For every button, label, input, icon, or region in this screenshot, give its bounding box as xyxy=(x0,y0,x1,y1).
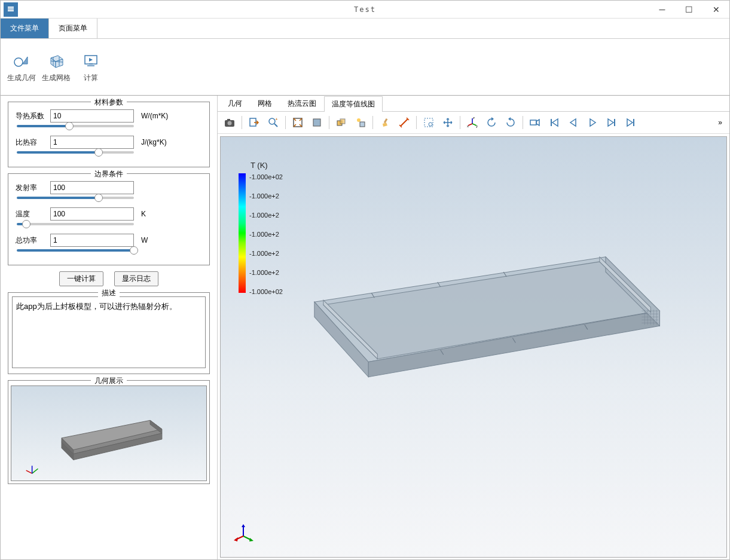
screenshot-button[interactable] xyxy=(221,114,238,131)
step-forward-button[interactable] xyxy=(603,114,620,131)
generate-mesh-label: 生成网格 xyxy=(42,73,71,83)
thermal-cond-input[interactable] xyxy=(50,109,134,123)
zoom-window-button[interactable] xyxy=(309,114,325,131)
svg-marker-4 xyxy=(23,57,28,64)
svg-marker-9 xyxy=(89,58,93,62)
temperature-input[interactable] xyxy=(50,207,134,221)
slider-thumb[interactable] xyxy=(65,122,74,130)
svg-point-22 xyxy=(228,121,232,126)
temperature-label: 温度 xyxy=(16,209,50,219)
temperature-unit: K xyxy=(141,210,146,218)
geometry-preview-section: 几何展示 xyxy=(8,380,210,484)
play-button[interactable] xyxy=(584,114,601,131)
emissivity-input[interactable] xyxy=(50,181,134,194)
zoom-extents-button[interactable] xyxy=(289,114,306,131)
compute-button[interactable]: 计算 xyxy=(74,42,108,91)
svg-line-42 xyxy=(468,124,472,126)
preview-section-title: 几何展示 xyxy=(91,376,127,386)
svg-marker-84 xyxy=(249,538,253,541)
slider-thumb[interactable] xyxy=(94,194,103,202)
svg-rect-2 xyxy=(8,7,14,8)
show-log-button[interactable]: 显示日志 xyxy=(114,271,158,286)
slider-thumb[interactable] xyxy=(130,246,138,255)
zoom-button[interactable]: + xyxy=(265,114,282,131)
axis-orientation-button[interactable]: zyx xyxy=(464,114,481,131)
step-back-button[interactable] xyxy=(565,114,582,131)
svg-point-32 xyxy=(357,118,361,122)
svg-marker-51 xyxy=(552,119,558,126)
heat-cap-unit: J/(kg*K) xyxy=(141,138,167,146)
heat-cap-slider[interactable] xyxy=(17,151,134,154)
emissivity-slider[interactable] xyxy=(17,197,134,199)
power-label: 总功率 xyxy=(16,235,50,246)
ribbon-tabs: 文件菜单 页面菜单 xyxy=(1,19,729,39)
svg-rect-23 xyxy=(227,119,230,121)
tab-file-menu[interactable]: 文件菜单 xyxy=(1,19,49,38)
minimize-button[interactable]: ─ xyxy=(649,1,676,18)
thermal-cond-slider[interactable] xyxy=(17,125,134,127)
select-box-button[interactable] xyxy=(420,114,437,131)
description-section: 描述 xyxy=(8,292,210,374)
clear-button[interactable] xyxy=(377,114,393,131)
svg-line-35 xyxy=(401,119,408,126)
3d-viewport[interactable]: T (K) -1.000e+02 -1.000e+2 -1.000e+2 -1.… xyxy=(220,136,727,558)
svg-rect-31 xyxy=(340,119,345,124)
desc-section-title: 描述 xyxy=(98,288,120,298)
close-button[interactable]: ✕ xyxy=(702,1,729,18)
lighting-button[interactable] xyxy=(352,114,369,131)
slider-thumb[interactable] xyxy=(22,220,30,228)
compute-icon xyxy=(81,51,100,71)
thermal-cond-unit: W/(m*K) xyxy=(141,112,168,120)
measure-button[interactable] xyxy=(396,114,413,131)
heat-cap-input[interactable] xyxy=(50,136,134,149)
generate-geometry-button[interactable]: 生成几何 xyxy=(4,42,39,91)
one-click-compute-button[interactable]: 一键计算 xyxy=(59,271,103,286)
transparency-button[interactable] xyxy=(333,114,350,131)
material-params-section: 材料参数 导热系数 W/(m*K) 比热容 J/(kg*K) xyxy=(8,102,210,167)
svg-marker-46 xyxy=(491,117,494,121)
mesh-icon xyxy=(47,51,66,71)
power-slider[interactable] xyxy=(17,249,134,252)
view-tab-mesh[interactable]: 网格 xyxy=(250,96,280,111)
svg-rect-48 xyxy=(530,120,536,125)
maximize-button[interactable]: ☐ xyxy=(676,1,702,18)
svg-text:+: + xyxy=(275,117,278,122)
view-tab-heat-flow[interactable]: 热流云图 xyxy=(280,96,324,111)
sidebar: 材料参数 导热系数 W/(m*K) 比热容 J/(kg*K) 边界条件 发射率 xyxy=(1,96,217,560)
svg-marker-56 xyxy=(627,119,633,126)
svg-text:x: x xyxy=(467,124,469,128)
view-tab-geometry[interactable]: 几何 xyxy=(220,96,250,111)
viewport-toolbar: + zyx » xyxy=(218,112,729,134)
description-textarea[interactable] xyxy=(12,296,206,368)
svg-marker-54 xyxy=(608,119,613,126)
view-tab-isotherm[interactable]: 温度等值线图 xyxy=(324,96,383,112)
svg-line-26 xyxy=(274,124,277,127)
slider-thumb[interactable] xyxy=(94,148,103,157)
rotate-cw-button[interactable] xyxy=(502,114,519,131)
toolbar-overflow-button[interactable]: » xyxy=(714,118,726,127)
viewport-tabs: 几何 网格 热流云图 温度等值线图 xyxy=(218,96,729,112)
svg-point-3 xyxy=(14,58,23,66)
export-button[interactable] xyxy=(246,114,262,131)
svg-text:y: y xyxy=(476,124,478,128)
geometry-preview[interactable] xyxy=(11,385,207,481)
generate-mesh-button[interactable]: 生成网格 xyxy=(39,42,74,91)
bc-section-title: 边界条件 xyxy=(91,169,127,179)
svg-marker-53 xyxy=(590,119,595,126)
svg-point-25 xyxy=(269,118,275,124)
rotate-ccw-button[interactable] xyxy=(483,114,500,131)
ribbon-content: 生成几何 生成网格 计算 xyxy=(1,39,729,96)
axis-gizmo[interactable] xyxy=(233,521,256,545)
skip-first-button[interactable] xyxy=(546,114,563,131)
svg-marker-47 xyxy=(508,117,511,121)
tab-page-menu[interactable]: 页面菜单 xyxy=(49,19,97,38)
temperature-slider[interactable] xyxy=(17,223,134,225)
power-input[interactable] xyxy=(50,234,134,247)
boundary-conditions-section: 边界条件 发射率 温度 K 总功率 W xyxy=(8,173,210,265)
animation-record-button[interactable] xyxy=(527,114,543,131)
geometry-icon xyxy=(12,51,31,71)
title-bar: Test ─ ☐ ✕ xyxy=(1,1,729,19)
viewport-area: 几何 网格 热流云图 温度等值线图 + zyx xyxy=(217,96,729,560)
pan-button[interactable] xyxy=(439,114,456,131)
skip-last-button[interactable] xyxy=(622,114,639,131)
